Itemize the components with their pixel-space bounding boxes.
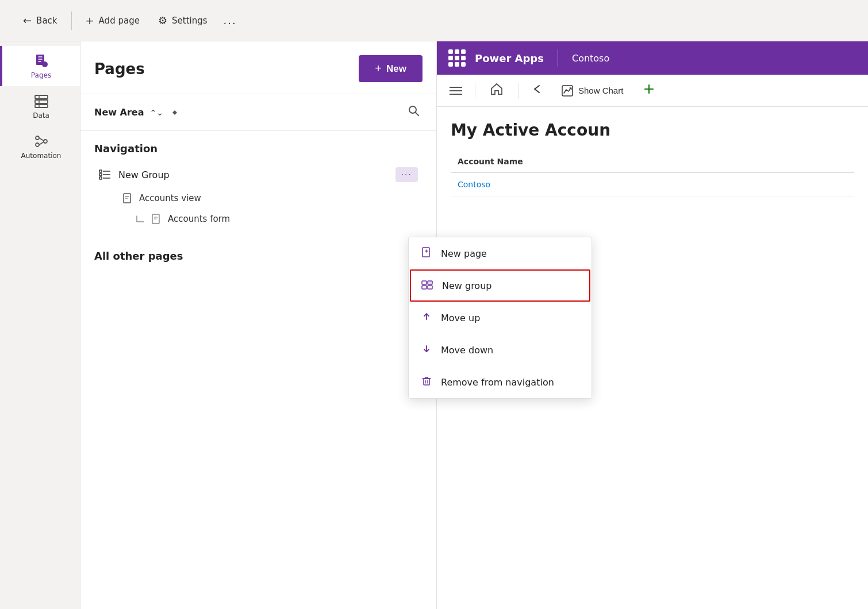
menu-item-move-down[interactable]: Move down	[409, 334, 592, 366]
table-row: Contoso	[451, 172, 854, 196]
menu-new-page-label: New page	[441, 248, 487, 259]
area-selector: New Area ⌃⌄	[80, 94, 436, 131]
org-name: Contoso	[572, 53, 609, 64]
menu-item-new-page[interactable]: New page	[409, 237, 592, 269]
new-label: New	[386, 63, 406, 75]
toolbar-divider-1	[71, 11, 72, 30]
hamburger-button[interactable]	[446, 83, 466, 98]
svg-rect-22	[422, 281, 427, 284]
sub-arrow-icon	[136, 214, 145, 223]
settings-label: Settings	[172, 16, 208, 26]
data-icon	[33, 93, 49, 109]
plus-icon: +	[86, 14, 94, 26]
content-toolbar: Show Chart	[437, 75, 868, 107]
navigation-section: Navigation New Group ···	[80, 131, 436, 234]
new-button[interactable]: + New	[359, 55, 423, 82]
move-down-icon	[420, 343, 433, 357]
menu-item-move-up[interactable]: Move up	[409, 302, 592, 334]
accounts-form-label: Accounts form	[168, 214, 230, 224]
svg-rect-14	[99, 174, 102, 176]
svg-rect-24	[428, 281, 432, 284]
hamburger-line-1	[450, 87, 462, 88]
automation-label: Automation	[21, 152, 62, 160]
back-button[interactable]: ← Back	[14, 10, 67, 31]
content-toolbar-sep	[475, 83, 475, 99]
sidebar-item-automation[interactable]: Automation	[0, 126, 80, 167]
table-header: Account Name	[451, 151, 854, 172]
svg-line-9	[39, 138, 44, 141]
svg-line-12	[416, 113, 419, 116]
area-search-button[interactable]	[405, 102, 423, 122]
svg-rect-15	[99, 177, 102, 179]
svg-rect-25	[428, 286, 432, 289]
automation-icon	[33, 133, 49, 149]
move-up-icon	[420, 311, 433, 325]
sub-items: Accounts view Accounts form	[117, 188, 423, 229]
menu-move-up-label: Move up	[441, 313, 480, 323]
svg-rect-4	[35, 105, 48, 107]
icon-sidebar: Pages Data Automation	[0, 41, 80, 609]
powerapps-name: Power Apps	[475, 52, 544, 64]
powerapps-separator	[558, 49, 558, 67]
pages-label: Pages	[31, 71, 51, 79]
more-button[interactable]: ...	[217, 10, 244, 31]
back-icon: ←	[23, 14, 32, 26]
svg-rect-23	[422, 286, 427, 289]
group-more-button[interactable]: ···	[395, 167, 418, 182]
plus-green-icon	[643, 83, 655, 95]
new-plus-icon: +	[375, 62, 382, 75]
svg-line-10	[39, 142, 44, 145]
form-page-icon	[151, 213, 162, 225]
waffle-icon	[448, 49, 466, 67]
back-arrow-icon	[531, 83, 543, 95]
account-name-link[interactable]: Contoso	[458, 180, 490, 189]
accounts-form-item[interactable]: Accounts form	[131, 209, 423, 229]
menu-new-group-label: New group	[442, 280, 491, 291]
svg-point-1	[42, 61, 48, 67]
area-name-text: New Area	[94, 107, 144, 118]
svg-point-6	[36, 136, 39, 140]
menu-remove-label: Remove from navigation	[441, 377, 554, 388]
home-button[interactable]	[485, 79, 509, 102]
add-record-button[interactable]	[638, 80, 660, 101]
svg-rect-2	[35, 95, 48, 99]
hamburger-line-2	[450, 90, 462, 91]
other-pages-title: All other pages	[94, 250, 423, 262]
account-name-column-header: Account Name	[451, 151, 854, 172]
svg-rect-21	[423, 248, 429, 257]
home-icon	[490, 83, 503, 95]
show-chart-label: Show Chart	[578, 86, 623, 95]
pages-icon	[33, 53, 49, 69]
area-name-selector[interactable]: New Area ⌃⌄	[94, 107, 180, 118]
svg-rect-3	[35, 100, 48, 103]
svg-point-8	[36, 143, 39, 147]
sidebar-item-pages[interactable]: Pages	[0, 46, 80, 86]
add-page-button[interactable]: + Add page	[76, 10, 149, 31]
svg-rect-26	[424, 379, 429, 385]
sidebar-item-data[interactable]: Data	[0, 86, 80, 126]
data-label: Data	[33, 111, 49, 120]
show-chart-button[interactable]: Show Chart	[555, 81, 629, 101]
new-group-label: New Group	[118, 169, 170, 180]
accounts-view-label: Accounts view	[139, 193, 201, 203]
menu-item-new-group[interactable]: New group	[410, 269, 590, 302]
powerapps-bar: Power Apps Contoso	[437, 41, 868, 75]
pages-header: Pages + New	[80, 41, 436, 94]
other-pages-section: All other pages	[80, 234, 436, 267]
trash-icon	[420, 375, 433, 389]
table-body: Contoso	[451, 172, 854, 196]
menu-move-down-label: Move down	[441, 345, 493, 356]
data-table: Account Name Contoso	[451, 151, 854, 196]
context-menu: New page New group	[408, 237, 592, 399]
settings-button[interactable]: ⚙ Settings	[149, 10, 217, 31]
group-list-icon	[99, 168, 112, 181]
svg-point-7	[44, 140, 47, 143]
add-page-label: Add page	[99, 16, 140, 26]
content-back-button[interactable]	[528, 80, 546, 101]
menu-item-remove[interactable]: Remove from navigation	[409, 366, 592, 398]
pages-title: Pages	[94, 60, 145, 78]
top-toolbar: ← Back + Add page ⚙ Settings ...	[0, 0, 868, 41]
chart-icon	[561, 84, 574, 97]
accounts-view-item[interactable]: Accounts view	[117, 188, 423, 209]
main-layout: Pages Data Automation	[0, 41, 868, 609]
